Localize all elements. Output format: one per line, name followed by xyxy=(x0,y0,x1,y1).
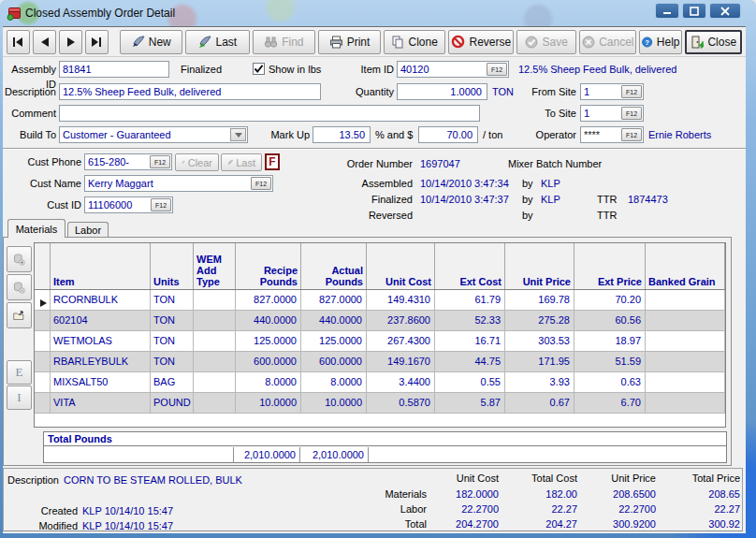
comment-field[interactable] xyxy=(59,105,480,122)
grid-cell[interactable]: 267.4300 xyxy=(367,331,435,352)
grid-cell[interactable]: 5.87 xyxy=(435,393,505,414)
nav-first-button[interactable] xyxy=(7,30,30,54)
grid-cell[interactable]: 10.0000 xyxy=(301,393,367,414)
grid-cell[interactable]: 44.75 xyxy=(435,352,505,372)
grid-cell[interactable]: WETMOLAS xyxy=(51,331,151,352)
item-id-f12-button[interactable]: F12 xyxy=(487,63,507,76)
grid-cell[interactable]: 0.67 xyxy=(505,393,574,414)
grid-cell[interactable]: 125.0000 xyxy=(236,331,301,352)
grid-cell[interactable]: 149.1670 xyxy=(367,352,435,372)
grid-cell[interactable]: TON xyxy=(151,311,194,331)
grid-cell[interactable] xyxy=(646,352,725,372)
delete-record-button[interactable] xyxy=(7,274,32,300)
to-site-f12-button[interactable]: F12 xyxy=(621,107,642,120)
grid-cell[interactable] xyxy=(194,372,236,393)
help-button[interactable]: ? Help xyxy=(639,30,682,54)
grid-cell[interactable]: 171.95 xyxy=(505,352,574,372)
minimize-button[interactable] xyxy=(655,3,679,19)
grid-cell[interactable] xyxy=(194,311,236,331)
row-selector-cell[interactable] xyxy=(35,372,51,393)
grid-cell[interactable]: RBARLEYBULK xyxy=(51,352,151,372)
find-button[interactable]: Find xyxy=(253,30,316,54)
tab-labor[interactable]: Labor xyxy=(67,222,109,238)
grid-cell[interactable]: 440.0000 xyxy=(301,311,367,331)
cust-phone-f12-button[interactable]: F12 xyxy=(150,155,170,168)
clear-button[interactable]: Clear xyxy=(175,153,219,171)
grid-cell[interactable]: BAG xyxy=(151,372,194,393)
i-button[interactable]: I xyxy=(7,385,32,410)
grid-cell[interactable]: RCORNBULK xyxy=(51,290,151,311)
nav-prev-button[interactable] xyxy=(33,30,56,54)
grid-cell[interactable]: 149.4310 xyxy=(367,290,435,311)
grid-cell[interactable]: 303.53 xyxy=(505,331,574,352)
grid-cell[interactable]: 600.0000 xyxy=(301,352,367,372)
grid-cell[interactable] xyxy=(646,372,725,393)
cust-last-button[interactable]: Last xyxy=(221,153,262,171)
grid-cell[interactable]: 51.59 xyxy=(574,352,646,372)
grid-cell[interactable]: 70.20 xyxy=(574,290,646,311)
grid-cell[interactable]: 600.0000 xyxy=(236,352,301,372)
grid-cell[interactable]: 61.79 xyxy=(435,290,505,311)
grid-cell[interactable]: 125.0000 xyxy=(301,331,367,352)
description-field[interactable]: 12.5% Sheep Feed Bulk, delivered xyxy=(59,83,321,100)
grid-cell[interactable]: 169.78 xyxy=(505,290,574,311)
grid-cell[interactable]: 827.0000 xyxy=(236,290,301,311)
column-header[interactable]: Units xyxy=(151,243,194,289)
save-button[interactable]: Save xyxy=(516,30,576,54)
clone-button[interactable]: Clone xyxy=(384,30,446,54)
operator-field[interactable]: **** F12 xyxy=(580,126,644,143)
column-header[interactable]: WEM Add Type xyxy=(194,243,236,289)
f-flag-button[interactable]: F xyxy=(265,153,280,170)
grid-cell[interactable] xyxy=(646,393,725,414)
grid-cell[interactable]: 602104 xyxy=(51,311,151,331)
grid-row[interactable]: RCORNBULKTON827.0000827.0000149.431061.7… xyxy=(35,290,725,311)
row-selector-cell[interactable] xyxy=(35,393,51,414)
column-header[interactable]: Item xyxy=(51,243,151,289)
grid-cell[interactable]: 3.4400 xyxy=(367,372,435,393)
grid-cell[interactable]: 3.93 xyxy=(505,372,574,393)
assembly-id-field[interactable]: 81841 xyxy=(59,61,169,78)
grid-cell[interactable]: 18.97 xyxy=(574,331,646,352)
tab-materials[interactable]: Materials xyxy=(7,219,65,238)
column-header[interactable]: Actual Pounds xyxy=(301,243,367,289)
column-header[interactable]: Recipe Pounds xyxy=(236,243,301,289)
last-button[interactable]: Last xyxy=(185,30,249,54)
column-header[interactable]: Ext Price xyxy=(574,243,646,289)
mark-up-amount-field[interactable]: 70.00 xyxy=(418,126,478,143)
column-header[interactable]: Unit Cost xyxy=(367,243,435,289)
grid-cell[interactable] xyxy=(194,393,236,414)
grid-cell[interactable]: 10.0000 xyxy=(236,393,301,414)
grid-row[interactable]: MIXSALT50BAG8.00008.00003.44000.553.930.… xyxy=(35,372,725,393)
grid-cell[interactable]: 6.70 xyxy=(574,393,646,414)
operator-f12-button[interactable]: F12 xyxy=(621,128,642,141)
close-button[interactable]: Close xyxy=(685,30,742,54)
to-site-field[interactable]: 1 F12 xyxy=(580,105,644,122)
grid-cell[interactable] xyxy=(194,331,236,352)
grid-cell[interactable]: TON xyxy=(151,331,194,352)
nav-next-button[interactable] xyxy=(59,30,82,54)
grid-cell[interactable]: 440.0000 xyxy=(236,311,301,331)
cancel-button[interactable]: Cancel xyxy=(579,30,636,54)
grid-cell[interactable] xyxy=(646,311,725,331)
grid-row[interactable]: WETMOLASTON125.0000125.0000267.430016.71… xyxy=(35,331,725,352)
grid-cell[interactable]: 0.5870 xyxy=(367,393,435,414)
reverse-button[interactable]: Reverse xyxy=(448,30,514,54)
new-button[interactable]: New xyxy=(120,30,183,54)
grid-cell[interactable] xyxy=(646,331,725,352)
add-record-button[interactable] xyxy=(7,246,32,272)
e-button[interactable]: E xyxy=(7,360,32,385)
build-to-dropdown[interactable]: Customer - Guaranteed xyxy=(59,126,248,143)
show-in-lbs-checkbox[interactable] xyxy=(253,63,265,75)
grid-row[interactable]: 602104TON440.0000440.0000237.860052.3327… xyxy=(35,311,725,331)
grid-cell[interactable]: 60.56 xyxy=(574,311,646,331)
maximize-button[interactable] xyxy=(682,3,706,19)
grid-cell[interactable]: 275.28 xyxy=(505,311,574,331)
grid-cell[interactable] xyxy=(194,352,236,372)
grid-cell[interactable]: 827.0000 xyxy=(301,290,367,311)
cust-phone-field[interactable]: 615-280-5112 F12 xyxy=(84,153,172,170)
row-selector-cell[interactable] xyxy=(35,311,51,331)
grid-cell[interactable]: 237.8600 xyxy=(367,311,435,331)
grid-cell[interactable]: TON xyxy=(151,352,194,372)
grid-cell[interactable]: 8.0000 xyxy=(236,372,301,393)
column-header[interactable]: Banked Grain xyxy=(646,243,725,289)
